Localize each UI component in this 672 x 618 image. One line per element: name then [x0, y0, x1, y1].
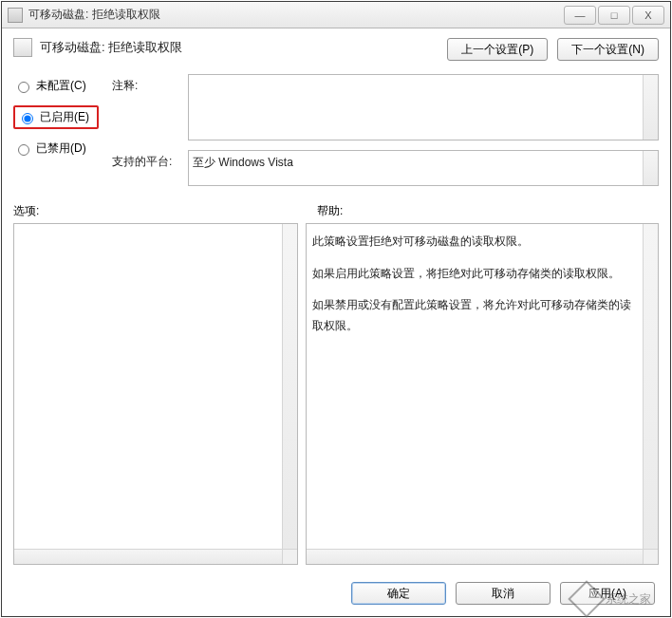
options-scroll-corner: [282, 549, 297, 564]
radio-enabled[interactable]: 已启用(E): [13, 105, 99, 129]
policy-icon: [13, 38, 32, 57]
header-row: 可移动磁盘: 拒绝读取权限 上一个设置(P) 下一个设置(N): [13, 38, 659, 61]
state-radio-group: 未配置(C) 已启用(E) 已禁用(D): [13, 74, 99, 186]
help-paragraph-3: 如果禁用或没有配置此策略设置，将允许对此可移动存储类的读取权限。: [312, 295, 636, 336]
window-controls: — □ X: [562, 6, 664, 25]
cancel-button[interactable]: 取消: [456, 582, 551, 605]
window-title: 可移动磁盘: 拒绝读取权限: [28, 7, 562, 23]
platform-scrollbar[interactable]: [643, 151, 658, 185]
footer: 确定 取消 应用(A) 系统之家: [2, 572, 670, 616]
platform-label: 支持的平台:: [112, 150, 180, 170]
options-scroll-v[interactable]: [282, 224, 297, 549]
options-scroll-h[interactable]: [14, 549, 282, 564]
platform-value: 至少 Windows Vista: [193, 155, 293, 171]
help-scroll-corner: [643, 549, 658, 564]
options-content: [14, 224, 281, 548]
previous-setting-button[interactable]: 上一个设置(P): [447, 38, 548, 61]
comment-scrollbar[interactable]: [643, 75, 658, 140]
content-area: 可移动磁盘: 拒绝读取权限 上一个设置(P) 下一个设置(N) 未配置(C) 已…: [2, 28, 670, 572]
radio-disabled-input[interactable]: [18, 144, 29, 156]
next-setting-button[interactable]: 下一个设置(N): [557, 38, 659, 61]
pane-labels: 选项: 帮助:: [13, 203, 659, 219]
policy-editor-window: 可移动磁盘: 拒绝读取权限 — □ X 可移动磁盘: 拒绝读取权限 上一个设置(…: [1, 1, 671, 617]
ok-button[interactable]: 确定: [351, 582, 446, 605]
help-paragraph-2: 如果启用此策略设置，将拒绝对此可移动存储类的读取权限。: [312, 264, 636, 285]
nav-buttons: 上一个设置(P) 下一个设置(N): [447, 38, 659, 61]
policy-header: 可移动磁盘: 拒绝读取权限: [13, 38, 182, 57]
radio-not-configured[interactable]: 未配置(C): [13, 78, 99, 94]
radio-enabled-input[interactable]: [22, 113, 33, 124]
radio-not-configured-input[interactable]: [18, 82, 29, 93]
comment-textarea[interactable]: [188, 74, 659, 140]
radio-disabled-label: 已禁用(D): [36, 140, 86, 157]
help-scroll-h[interactable]: [307, 549, 643, 564]
comment-field-row: 注释:: [112, 74, 659, 140]
policy-title: 可移动磁盘: 拒绝读取权限: [40, 39, 182, 56]
platform-field: 至少 Windows Vista: [188, 150, 659, 186]
minimize-button[interactable]: —: [564, 6, 596, 25]
config-row: 未配置(C) 已启用(E) 已禁用(D) 注释:: [13, 74, 659, 186]
radio-enabled-label: 已启用(E): [40, 109, 89, 125]
options-pane: [13, 223, 298, 565]
help-scroll-v[interactable]: [643, 224, 658, 549]
apply-button[interactable]: 应用(A): [560, 582, 655, 605]
help-pane: 此策略设置拒绝对可移动磁盘的读取权限。 如果启用此策略设置，将拒绝对此可移动存储…: [306, 223, 659, 565]
fields-column: 注释: 支持的平台: 至少 Windows Vista: [112, 74, 659, 186]
close-button[interactable]: X: [632, 6, 664, 25]
radio-not-configured-label: 未配置(C): [36, 78, 86, 94]
app-icon: [8, 8, 23, 23]
platform-field-row: 支持的平台: 至少 Windows Vista: [112, 150, 659, 186]
radio-disabled[interactable]: 已禁用(D): [13, 140, 99, 157]
panes-row: 此策略设置拒绝对可移动磁盘的读取权限。 如果启用此策略设置，将拒绝对此可移动存储…: [13, 223, 659, 565]
options-label: 选项:: [13, 203, 298, 219]
help-content: 此策略设置拒绝对可移动磁盘的读取权限。 如果启用此策略设置，将拒绝对此可移动存储…: [307, 224, 642, 548]
comment-label: 注释:: [112, 74, 180, 94]
maximize-button[interactable]: □: [598, 6, 630, 25]
titlebar[interactable]: 可移动磁盘: 拒绝读取权限 — □ X: [2, 2, 670, 28]
help-paragraph-1: 此策略设置拒绝对可移动磁盘的读取权限。: [312, 232, 636, 253]
help-label: 帮助:: [298, 203, 659, 219]
